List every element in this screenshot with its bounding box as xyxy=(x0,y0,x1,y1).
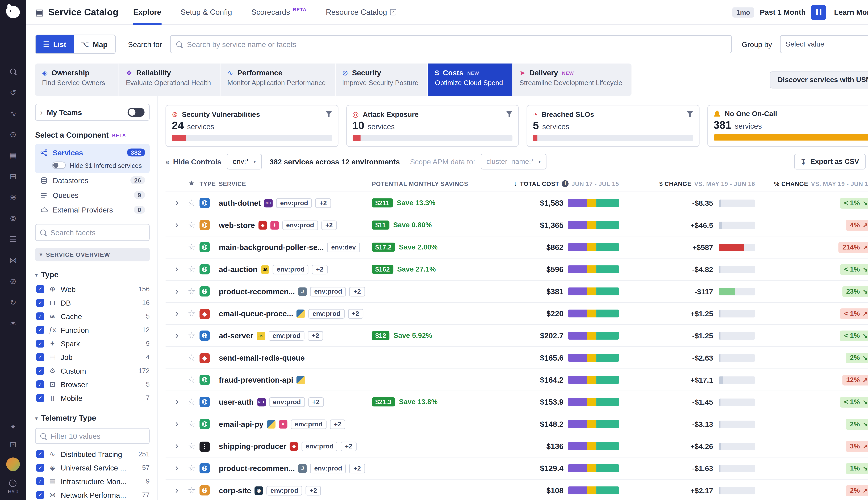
facet-job[interactable]: ✓▤Job4 xyxy=(35,350,150,364)
env-tag[interactable]: +2 xyxy=(308,331,323,340)
tab-setup-config[interactable]: Setup & Config xyxy=(181,0,232,25)
checkbox-checked[interactable]: ✓ xyxy=(36,477,44,485)
search-icon[interactable] xyxy=(7,67,19,76)
learn-more-menu[interactable]: Learn More ▾ xyxy=(834,8,868,16)
facet-mobile[interactable]: ✓▯Mobile7 xyxy=(35,391,150,405)
sort-desc-icon[interactable]: ↓ xyxy=(514,179,517,187)
tab-explore[interactable]: Explore xyxy=(133,0,161,25)
facet-spark[interactable]: ✓✦Spark9 xyxy=(35,337,150,350)
facet-browser[interactable]: ✓⊡Browser5 xyxy=(35,378,150,391)
component-queues[interactable]: Queues9 xyxy=(35,188,150,202)
watchdog-icon[interactable]: ⊙ xyxy=(7,130,19,139)
checkbox-checked[interactable]: ✓ xyxy=(36,340,44,348)
infrastructure-icon[interactable]: ⊞ xyxy=(7,172,19,181)
checkbox-checked[interactable]: ✓ xyxy=(36,285,44,293)
help-button[interactable]: ? Help xyxy=(8,479,18,494)
env-tag[interactable]: env:prod xyxy=(290,419,327,429)
facet-distributed-tracing[interactable]: ✓∿Distributed Tracing251 xyxy=(35,447,150,461)
facet-function[interactable]: ✓ƒxFunction12 xyxy=(35,323,150,337)
facet-db[interactable]: ✓⊟DB16 xyxy=(35,296,150,309)
favorite-star-icon[interactable]: ☆ xyxy=(188,220,195,230)
table-row[interactable]: ›☆ad-serverJSenv:prod+2$12Save 5.92%$202… xyxy=(165,325,868,347)
checkbox-checked[interactable]: ✓ xyxy=(36,464,44,472)
component-services[interactable]: Services382 xyxy=(35,145,150,160)
security-icon[interactable]: ⊘ xyxy=(7,276,19,286)
apm-icon[interactable]: ≋ xyxy=(7,193,19,202)
checkbox-checked[interactable]: ✓ xyxy=(36,450,44,458)
checkbox-checked[interactable]: ✓ xyxy=(36,380,44,388)
time-range-chip[interactable]: 1mo xyxy=(732,7,754,18)
facet-search-box[interactable] xyxy=(35,224,150,241)
env-tag[interactable]: env:prod xyxy=(308,309,344,318)
favorite-star-icon[interactable]: ☆ xyxy=(188,441,195,451)
summary-card-attack-exposure[interactable]: ◎Attack Exposure10services xyxy=(346,105,518,147)
labs-icon[interactable]: ✶ xyxy=(7,319,19,328)
telemetry-filter-input[interactable] xyxy=(50,432,145,440)
env-tag[interactable]: +2 xyxy=(350,287,365,296)
category-tab-ownership[interactable]: ◈OwnershipFind Service Owners xyxy=(35,64,119,96)
telemetry-facet-group[interactable]: ▾ Telemetry Type xyxy=(35,414,150,422)
map-view-button[interactable]: ⌥ Map xyxy=(73,35,115,53)
favorite-star-icon[interactable]: ☆ xyxy=(188,353,195,362)
pause-button[interactable] xyxy=(811,5,826,20)
service-name[interactable]: product-recommen... xyxy=(219,464,295,473)
category-tab-costs[interactable]: $CostsNEWOptimize Cloud Spend xyxy=(428,64,513,96)
env-tag[interactable]: +2 xyxy=(321,220,337,230)
table-row[interactable]: ›☆⋮shipping-producer◆env:prod+2$136+$4.2… xyxy=(165,435,868,457)
col-total-cost[interactable]: ↓ TOTAL COST i JUN 17 - JUL 15 xyxy=(506,179,619,187)
env-tag[interactable]: env:prod xyxy=(310,287,346,296)
favorite-star-icon[interactable]: ☆ xyxy=(188,286,195,296)
discover-usm-button[interactable]: Discover services with USM xyxy=(770,71,868,88)
expand-row-chevron[interactable]: › xyxy=(175,441,179,451)
telemetry-filter-box[interactable] xyxy=(35,428,150,444)
table-row[interactable]: ›☆product-recommen...Jenv:prod+2$129.4-$… xyxy=(165,457,868,479)
env-tag[interactable]: +2 xyxy=(306,486,321,495)
datadog-logo[interactable] xyxy=(6,6,20,18)
favorite-star-icon[interactable]: ☆ xyxy=(188,331,195,340)
metrics-icon[interactable]: ∿ xyxy=(7,109,19,118)
col-service[interactable]: SERVICE xyxy=(219,180,365,187)
hide-controls-button[interactable]: « Hide Controls xyxy=(165,157,221,166)
service-name[interactable]: fraud-prevention-api xyxy=(219,376,293,384)
category-tab-security[interactable]: ⊘SecurityImprove Security Posture xyxy=(335,64,428,96)
facet-infrastructure-mon[interactable]: ✓▦Infrastructure Mon...9 xyxy=(35,475,150,488)
expand-row-chevron[interactable]: › xyxy=(175,219,179,230)
my-teams-card[interactable]: › My Teams xyxy=(35,104,150,121)
category-tab-performance[interactable]: ∿PerformanceMonitor Application Performa… xyxy=(221,64,335,96)
expand-row-chevron[interactable]: › xyxy=(175,396,179,407)
my-teams-toggle[interactable] xyxy=(128,107,145,117)
checkbox-checked[interactable]: ✓ xyxy=(36,353,44,361)
favorite-star-icon[interactable]: ☆ xyxy=(188,463,195,473)
favorite-star-icon[interactable]: ☆ xyxy=(188,198,195,208)
category-tab-reliability[interactable]: ❖ReliabilityEvaluate Operational Health xyxy=(119,64,221,96)
favorite-star-icon[interactable]: ☆ xyxy=(188,419,195,429)
table-row[interactable]: ›☆user-authNETenv:prod+2$21.3Save 13.8%$… xyxy=(165,391,868,413)
members-icon[interactable]: ⊚ xyxy=(7,214,19,223)
hide-inferred-toggle[interactable] xyxy=(52,162,66,169)
service-name[interactable]: main-background-poller-se... xyxy=(219,243,324,251)
type-facet-group[interactable]: ▾ Type xyxy=(35,271,150,279)
table-row[interactable]: ›☆auth-dotnetNETenv:prod+2$211Save 13.3%… xyxy=(165,192,868,214)
env-tag[interactable]: env:dev xyxy=(327,242,360,252)
table-row[interactable]: ☆fraud-prevention-api$164.2+$17.112%↗ xyxy=(165,369,868,391)
service-name[interactable]: corp-site xyxy=(219,486,251,495)
expand-row-chevron[interactable]: › xyxy=(175,308,179,319)
table-row[interactable]: ›☆corp-site◉env:prod+2$108+$2.172%↗ xyxy=(165,479,868,500)
scope-apm-select[interactable]: cluster_name:* ▾ xyxy=(481,154,547,169)
time-range-label[interactable]: Past 1 Month xyxy=(760,8,806,16)
summary-card-security-vulnerabilities[interactable]: ⊗Security Vulnerabilities24services xyxy=(165,105,338,147)
service-search-box[interactable] xyxy=(170,35,732,53)
env-tag[interactable]: +2 xyxy=(312,264,328,274)
expand-row-chevron[interactable]: › xyxy=(175,485,179,496)
table-row[interactable]: ›☆email-api-py✦env:prod+2$148.2-$3.132%↘ xyxy=(165,413,868,435)
service-name[interactable]: user-auth xyxy=(219,398,254,406)
service-name[interactable]: auth-dotnet xyxy=(219,198,261,207)
env-tag[interactable]: env:prod xyxy=(273,264,308,274)
export-csv-button[interactable]: ↧ Export as CSV xyxy=(794,154,865,169)
filters-icon[interactable]: ☰ xyxy=(7,235,19,244)
facet-search-input[interactable] xyxy=(50,228,145,237)
table-row[interactable]: ›☆ad-auctionJSenv:prod+2$162Save 27.1%$5… xyxy=(165,259,868,281)
category-tab-delivery[interactable]: ➤DeliveryNEWStreamline Development Lifec… xyxy=(513,64,631,96)
filter-icon[interactable] xyxy=(506,111,513,117)
user-avatar[interactable] xyxy=(6,457,20,471)
